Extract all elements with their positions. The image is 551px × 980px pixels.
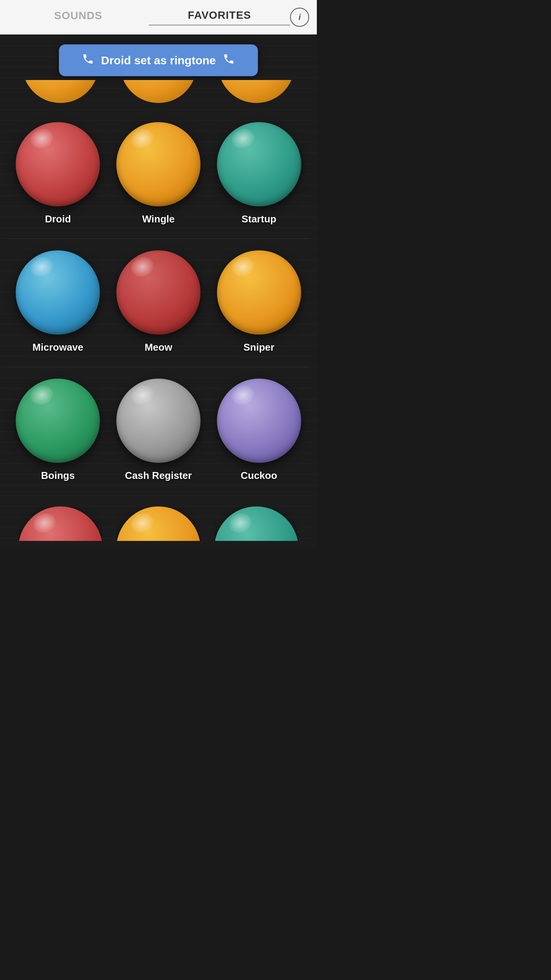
- bubble-wingle: [116, 122, 201, 206]
- sound-label-boings: Boings: [41, 470, 75, 482]
- sound-label-droid: Droid: [45, 213, 71, 225]
- bubble-boings: [16, 379, 100, 463]
- bubble-microwave: [16, 250, 100, 335]
- sound-label-startup: Startup: [241, 213, 276, 225]
- info-button[interactable]: i: [290, 8, 309, 27]
- sound-label-meow: Meow: [145, 341, 172, 353]
- phone-icon-right: [223, 53, 235, 68]
- bottom-bubble-bottom-1: [18, 506, 103, 541]
- bubble-cash-register: [116, 379, 201, 463]
- bottom-bubble-bottom-2: [116, 506, 201, 541]
- sound-item-boings[interactable]: Boings: [8, 367, 108, 495]
- banner-text: Droid set as ringtone: [101, 54, 216, 67]
- sound-item-wingle[interactable]: Wingle: [108, 111, 209, 238]
- sound-item-droid[interactable]: Droid: [8, 111, 108, 238]
- sound-label-sniper: Sniper: [243, 341, 274, 353]
- sound-label-wingle: Wingle: [142, 213, 175, 225]
- tab-bar: SOUNDS FAVORITES i: [0, 0, 317, 34]
- sound-label-cuckoo: Cuckoo: [241, 470, 277, 482]
- bottom-bubble-item-bottom-1[interactable]: [11, 506, 109, 541]
- phone-icon-left: [82, 53, 94, 68]
- bottom-bubble-item-bottom-2[interactable]: [109, 506, 207, 541]
- bottom-partial-row: [8, 499, 309, 541]
- sound-item-cash-register[interactable]: Cash Register: [108, 367, 209, 495]
- bubble-sniper: [217, 250, 301, 335]
- sound-item-microwave[interactable]: Microwave: [8, 239, 108, 367]
- sound-item-meow[interactable]: Meow: [108, 239, 209, 367]
- bubble-cuckoo: [217, 379, 301, 463]
- sound-label-cash-register: Cash Register: [125, 470, 192, 482]
- bottom-bubble-item-bottom-3[interactable]: [207, 506, 305, 541]
- sound-item-cuckoo[interactable]: Cuckoo: [209, 367, 309, 495]
- sound-grid: DroidWingleStartupMicrowaveMeowSniperBoi…: [8, 107, 309, 499]
- content-area: Droid set as ringtone DroidWingleStartup…: [0, 34, 317, 549]
- ringtone-banner: Droid set as ringtone: [59, 44, 258, 76]
- sound-item-sniper[interactable]: Sniper: [209, 239, 309, 367]
- bubble-startup: [217, 122, 301, 206]
- sound-label-microwave: Microwave: [33, 341, 83, 353]
- top-partial-row: [8, 80, 309, 103]
- sound-item-startup[interactable]: Startup: [209, 111, 309, 238]
- bubble-meow: [116, 250, 201, 335]
- bubble-droid: [16, 122, 100, 206]
- bottom-bubble-bottom-3: [214, 506, 298, 541]
- info-icon: i: [298, 12, 301, 22]
- tab-sounds[interactable]: SOUNDS: [8, 10, 149, 25]
- tab-favorites[interactable]: FAVORITES: [149, 9, 290, 26]
